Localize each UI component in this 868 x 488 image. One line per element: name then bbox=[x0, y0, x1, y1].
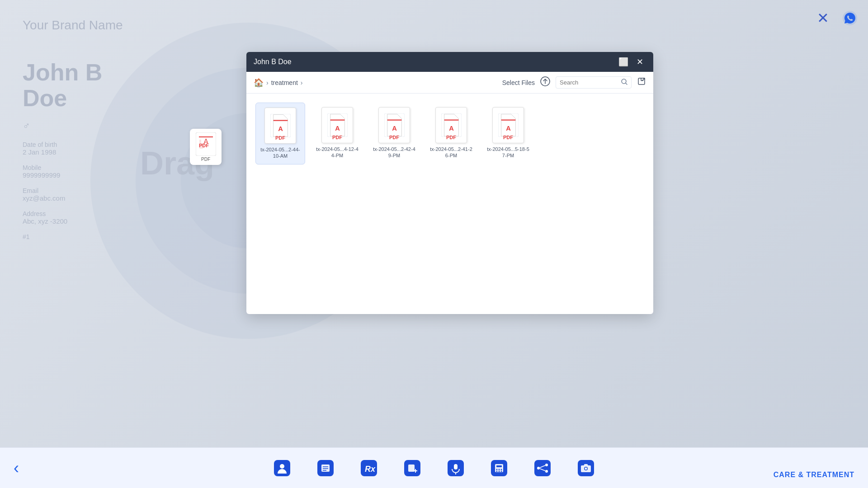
nav-rx-button[interactable]: Rx bbox=[361, 460, 377, 476]
svg-text:A: A bbox=[506, 125, 511, 132]
left-panel: Your Brand Name John B Doe ♂ Date of bir… bbox=[0, 0, 244, 488]
breadcrumb-treatment[interactable]: treatment bbox=[271, 79, 298, 86]
dialog-titlebar: John B Doe ⬜ ✕ bbox=[246, 52, 653, 72]
svg-point-50 bbox=[545, 464, 548, 466]
close-app-button[interactable]: ✕ bbox=[811, 7, 834, 29]
nav-camera-button[interactable] bbox=[578, 460, 594, 476]
breadcrumb-separator: › bbox=[266, 79, 269, 86]
select-files-button[interactable]: Select Files bbox=[502, 79, 535, 86]
file-item[interactable]: A PDF tx-2024-05...2-42-49-PM bbox=[369, 103, 419, 164]
toolbar-right: Select Files bbox=[502, 76, 646, 89]
svg-point-45 bbox=[501, 469, 502, 470]
floating-pdf-label: PDF bbox=[201, 157, 210, 162]
pdf-badge: PDF bbox=[503, 135, 513, 140]
floating-pdf-preview: PDF A PDF bbox=[190, 129, 222, 165]
pdf-file-icon: A PDF bbox=[435, 107, 467, 143]
file-grid: A PDF tx-2024-05...2-44-10-AM A PDF tx-2… bbox=[246, 94, 653, 314]
svg-point-43 bbox=[496, 469, 498, 470]
dialog-minimize-button[interactable]: ⬜ bbox=[617, 56, 630, 68]
email-value: xyz@abc.com bbox=[23, 194, 222, 202]
file-item[interactable]: A PDF tx-2024-05...2-44-10-AM bbox=[255, 103, 305, 164]
nav-contacts-button[interactable] bbox=[274, 460, 290, 476]
file-name: tx-2024-05...5-18-57-PM bbox=[487, 146, 529, 159]
svg-text:A: A bbox=[392, 125, 397, 132]
pdf-file-icon: A PDF bbox=[264, 108, 296, 144]
search-box bbox=[556, 76, 632, 89]
pdf-badge: PDF bbox=[446, 135, 456, 140]
top-right-buttons: ✕ bbox=[811, 7, 861, 29]
svg-text:Rx: Rx bbox=[365, 465, 376, 474]
patient-tag: #1 bbox=[23, 233, 222, 240]
svg-point-25 bbox=[280, 464, 284, 469]
nav-notes-button[interactable] bbox=[317, 460, 334, 476]
file-dialog: John B Doe ⬜ ✕ 🏠 › treatment › Select Fi… bbox=[246, 52, 653, 314]
svg-rect-42 bbox=[496, 465, 502, 467]
back-button[interactable]: ‹ bbox=[14, 459, 19, 478]
external-link-icon[interactable] bbox=[637, 77, 646, 88]
upload-icon[interactable] bbox=[540, 76, 550, 89]
dialog-toolbar: 🏠 › treatment › Select Files bbox=[246, 72, 653, 94]
pdf-badge: PDF bbox=[275, 135, 285, 141]
pdf-file-icon: A PDF bbox=[378, 107, 410, 143]
nav-share-button[interactable] bbox=[534, 460, 551, 476]
svg-point-44 bbox=[499, 469, 500, 470]
pdf-file-icon: A PDF bbox=[492, 107, 524, 143]
search-icon bbox=[621, 79, 627, 86]
svg-text:A: A bbox=[278, 125, 283, 132]
dialog-controls: ⬜ ✕ bbox=[617, 56, 646, 68]
address-label: Address bbox=[23, 210, 222, 217]
svg-point-57 bbox=[585, 467, 587, 469]
nav-add-note-button[interactable] bbox=[404, 460, 420, 476]
care-label: CARE & TREATMENT bbox=[774, 471, 854, 479]
address-value: Abc, xyz -3200 bbox=[23, 217, 222, 225]
svg-point-51 bbox=[537, 467, 540, 469]
file-name: tx-2024-05...2-41-26-PM bbox=[430, 146, 472, 159]
breadcrumb: 🏠 › treatment › bbox=[254, 78, 498, 88]
svg-text:A: A bbox=[335, 125, 340, 132]
whatsapp-button[interactable] bbox=[839, 7, 861, 29]
file-name: tx-2024-05...2-42-49-PM bbox=[373, 146, 415, 159]
svg-text:A: A bbox=[203, 138, 208, 145]
svg-rect-38 bbox=[454, 464, 458, 469]
svg-point-48 bbox=[501, 470, 502, 472]
address-row: Address Abc, xyz -3200 bbox=[23, 210, 222, 225]
dialog-title: John B Doe bbox=[254, 58, 292, 66]
file-item[interactable]: A PDF tx-2024-05...4-12-44-PM bbox=[312, 103, 362, 164]
breadcrumb-arrow: › bbox=[301, 79, 303, 86]
file-item[interactable]: A PDF tx-2024-05...5-18-57-PM bbox=[483, 103, 533, 164]
file-name: tx-2024-05...4-12-44-PM bbox=[316, 146, 359, 159]
search-input[interactable] bbox=[560, 79, 618, 86]
email-label: Email bbox=[23, 187, 222, 194]
svg-point-52 bbox=[545, 470, 548, 473]
file-name: tx-2024-05...2-44-10-AM bbox=[259, 146, 301, 160]
file-item[interactable]: A PDF tx-2024-05...2-41-26-PM bbox=[426, 103, 476, 164]
nav-mic-button[interactable] bbox=[448, 460, 464, 476]
svg-text:A: A bbox=[449, 125, 454, 132]
pdf-badge: PDF bbox=[389, 135, 399, 140]
patient-name-large: John B Doe bbox=[23, 60, 222, 111]
brand-name: Your Brand Name bbox=[23, 18, 222, 33]
pdf-badge: PDF bbox=[332, 135, 342, 140]
home-icon[interactable]: 🏠 bbox=[254, 78, 264, 88]
bottom-navigation: ‹ Rx bbox=[0, 447, 868, 488]
svg-point-47 bbox=[499, 470, 500, 472]
pdf-file-icon: A PDF bbox=[321, 107, 353, 143]
svg-line-7 bbox=[626, 83, 627, 84]
dialog-close-button[interactable]: ✕ bbox=[633, 56, 646, 68]
email-row: Email xyz@abc.com bbox=[23, 187, 222, 202]
svg-rect-49 bbox=[534, 460, 551, 476]
nav-calculator-button[interactable] bbox=[491, 460, 507, 476]
svg-point-46 bbox=[496, 470, 498, 472]
svg-rect-34 bbox=[408, 465, 415, 472]
